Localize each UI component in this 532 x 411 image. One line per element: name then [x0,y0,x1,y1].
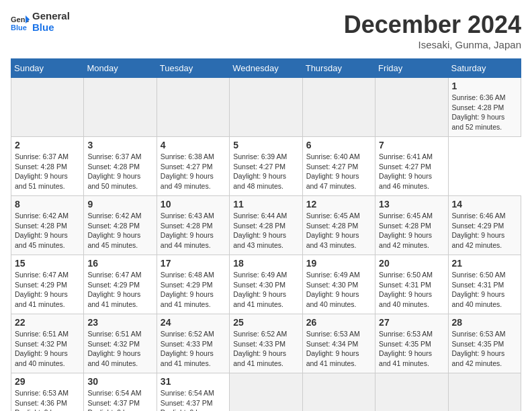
calendar-table: SundayMondayTuesdayWednesdayThursdayFrid… [11,58,521,411]
day-number: 20 [379,258,444,269]
day-info: Sunrise: 6:51 AMSunset: 4:32 PMDaylight:… [15,329,80,369]
calendar-cell: 26 Sunrise: 6:53 AMSunset: 4:34 PMDaylig… [302,314,375,373]
calendar-cell: 7 Sunrise: 6:41 AMSunset: 4:27 PMDayligh… [375,137,448,196]
day-info: Sunrise: 6:41 AMSunset: 4:27 PMDaylight:… [379,152,444,191]
day-info: Sunrise: 6:53 AMSunset: 4:35 PMDaylight:… [452,329,517,369]
calendar-cell: 15 Sunrise: 6:47 AMSunset: 4:29 PMDaylig… [11,255,84,314]
day-number: 27 [379,317,444,328]
day-of-week-header: Sunday [11,59,84,78]
day-info: Sunrise: 6:50 AMSunset: 4:31 PMDaylight:… [452,270,517,310]
day-number: 31 [161,376,226,387]
calendar-cell: 9 Sunrise: 6:42 AMSunset: 4:28 PMDayligh… [84,196,157,255]
calendar-cell: 20 Sunrise: 6:50 AMSunset: 4:31 PMDaylig… [375,255,448,314]
calendar-cell-empty [375,78,448,137]
calendar-cell: 6 Sunrise: 6:40 AMSunset: 4:27 PMDayligh… [302,137,375,196]
calendar-cell-empty [84,78,157,137]
day-number: 28 [452,317,517,328]
month-title: December 2024 [344,11,521,39]
day-number: 6 [306,140,371,150]
day-number: 9 [87,199,152,210]
calendar-header: SundayMondayTuesdayWednesdayThursdayFrid… [11,59,521,78]
day-info: Sunrise: 6:43 AMSunset: 4:28 PMDaylight:… [161,211,226,250]
day-of-week-header: Monday [84,59,157,78]
calendar-week-row: 2 Sunrise: 6:37 AMSunset: 4:28 PMDayligh… [11,137,521,196]
day-number: 19 [306,258,371,269]
svg-text:Blue: Blue [11,24,27,32]
calendar-cell: 17 Sunrise: 6:48 AMSunset: 4:29 PMDaylig… [157,255,229,314]
calendar-week-row: 8 Sunrise: 6:42 AMSunset: 4:28 PMDayligh… [11,196,521,255]
day-number: 8 [15,199,80,210]
day-number: 3 [87,140,152,150]
day-number: 11 [233,199,298,210]
day-info: Sunrise: 6:37 AMSunset: 4:28 PMDaylight:… [15,152,80,191]
day-info: Sunrise: 6:37 AMSunset: 4:28 PMDaylight:… [87,152,152,191]
calendar-cell-empty [230,78,302,137]
location: Isesaki, Gunma, Japan [344,39,521,50]
calendar-week-row: 29 Sunrise: 6:53 AMSunset: 4:36 PMDaylig… [11,373,521,412]
day-number: 4 [161,140,226,150]
calendar-cell: 30 Sunrise: 6:54 AMSunset: 4:37 PMDaylig… [84,373,157,412]
day-number: 24 [161,317,226,328]
day-number: 26 [306,317,371,328]
day-info: Sunrise: 6:54 AMSunset: 4:37 PMDaylight:… [161,388,226,411]
calendar-cell: 10 Sunrise: 6:43 AMSunset: 4:28 PMDaylig… [157,196,229,255]
day-number: 30 [87,376,152,387]
calendar-cell: 8 Sunrise: 6:42 AMSunset: 4:28 PMDayligh… [11,196,84,255]
day-number: 12 [306,199,371,210]
day-number: 16 [87,258,152,269]
day-number: 13 [379,199,444,210]
day-info: Sunrise: 6:53 AMSunset: 4:36 PMDaylight:… [15,388,80,411]
calendar-cell: 3 Sunrise: 6:37 AMSunset: 4:28 PMDayligh… [84,137,157,196]
logo-icon: General Blue [11,13,30,32]
calendar-cell: 2 Sunrise: 6:37 AMSunset: 4:28 PMDayligh… [11,137,84,196]
day-info: Sunrise: 6:50 AMSunset: 4:31 PMDaylight:… [379,270,444,310]
day-info: Sunrise: 6:42 AMSunset: 4:28 PMDaylight:… [87,211,152,250]
day-info: Sunrise: 6:38 AMSunset: 4:27 PMDaylight:… [161,152,226,191]
day-info: Sunrise: 6:42 AMSunset: 4:28 PMDaylight:… [15,211,80,250]
calendar-cell-empty [11,78,84,137]
calendar-cell: 28 Sunrise: 6:53 AMSunset: 4:35 PMDaylig… [448,314,521,373]
calendar-cell: 1 Sunrise: 6:36 AMSunset: 4:28 PMDayligh… [448,78,521,137]
calendar-week-row: 22 Sunrise: 6:51 AMSunset: 4:32 PMDaylig… [11,314,521,373]
day-info: Sunrise: 6:53 AMSunset: 4:35 PMDaylight:… [379,329,444,369]
calendar-cell-empty [157,78,229,137]
day-number: 1 [452,81,517,91]
calendar-cell-empty [302,78,375,137]
calendar-cell: 13 Sunrise: 6:45 AMSunset: 4:28 PMDaylig… [375,196,448,255]
day-of-week-header: Wednesday [230,59,302,78]
calendar-week-row: 15 Sunrise: 6:47 AMSunset: 4:29 PMDaylig… [11,255,521,314]
day-number: 22 [15,317,80,328]
calendar-cell: 5 Sunrise: 6:39 AMSunset: 4:27 PMDayligh… [230,137,302,196]
calendar-cell: 29 Sunrise: 6:53 AMSunset: 4:36 PMDaylig… [11,373,84,412]
day-of-week-header: Saturday [448,59,521,78]
day-of-week-header: Tuesday [157,59,229,78]
calendar-cell: 27 Sunrise: 6:53 AMSunset: 4:35 PMDaylig… [375,314,448,373]
calendar-cell: 21 Sunrise: 6:50 AMSunset: 4:31 PMDaylig… [448,255,521,314]
day-number: 29 [15,376,80,387]
calendar-cell: 4 Sunrise: 6:38 AMSunset: 4:27 PMDayligh… [157,137,229,196]
day-number: 2 [15,140,80,150]
calendar-cell: 14 Sunrise: 6:46 AMSunset: 4:29 PMDaylig… [448,196,521,255]
day-number: 23 [87,317,152,328]
day-info: Sunrise: 6:45 AMSunset: 4:28 PMDaylight:… [379,211,444,250]
day-info: Sunrise: 6:44 AMSunset: 4:28 PMDaylight:… [233,211,298,250]
day-number: 21 [452,258,517,269]
day-info: Sunrise: 6:53 AMSunset: 4:34 PMDaylight:… [306,329,371,369]
day-of-week-header: Thursday [302,59,375,78]
calendar-cell: 18 Sunrise: 6:49 AMSunset: 4:30 PMDaylig… [230,255,302,314]
calendar-cell: 24 Sunrise: 6:52 AMSunset: 4:33 PMDaylig… [157,314,229,373]
calendar-cell-empty [230,373,302,412]
calendar-cell: 16 Sunrise: 6:47 AMSunset: 4:29 PMDaylig… [84,255,157,314]
day-info: Sunrise: 6:40 AMSunset: 4:27 PMDaylight:… [306,152,371,191]
calendar-cell-empty [375,373,448,412]
calendar-cell-empty [302,373,375,412]
day-info: Sunrise: 6:52 AMSunset: 4:33 PMDaylight:… [161,329,226,369]
day-info: Sunrise: 6:51 AMSunset: 4:32 PMDaylight:… [87,329,152,369]
page-header: General Blue General Blue December 2024 … [11,11,521,50]
calendar-cell: 23 Sunrise: 6:51 AMSunset: 4:32 PMDaylig… [84,314,157,373]
day-info: Sunrise: 6:47 AMSunset: 4:29 PMDaylight:… [15,270,80,310]
calendar-week-row: 1 Sunrise: 6:36 AMSunset: 4:28 PMDayligh… [11,78,521,137]
day-info: Sunrise: 6:48 AMSunset: 4:29 PMDaylight:… [161,270,226,310]
calendar-cell: 25 Sunrise: 6:52 AMSunset: 4:33 PMDaylig… [230,314,302,373]
calendar-cell: 22 Sunrise: 6:51 AMSunset: 4:32 PMDaylig… [11,314,84,373]
